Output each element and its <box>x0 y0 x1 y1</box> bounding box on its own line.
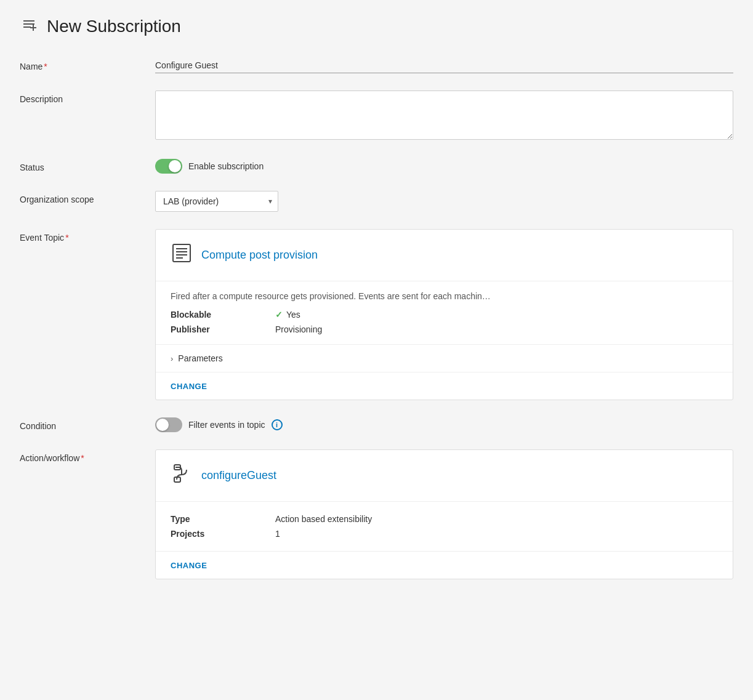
action-workflow-card-body: Type Action based extensibility Projects… <box>156 502 733 552</box>
workflow-meta: Type Action based extensibility Projects… <box>171 514 718 539</box>
page-title: New Subscription <box>47 17 181 36</box>
condition-toggle-label: Filter events in topic <box>188 420 265 430</box>
status-toggle-label: Enable subscription <box>188 161 264 171</box>
description-control <box>155 91 733 142</box>
status-toggle-container: Enable subscription <box>155 159 733 174</box>
action-workflow-change-button[interactable]: CHANGE <box>171 561 207 570</box>
event-topic-card: Compute post provision Fired after a com… <box>155 229 733 400</box>
event-topic-row: Event Topic* Compute post provision <box>20 229 733 400</box>
action-workflow-card: configureGuest Type Action based extensi… <box>155 449 733 579</box>
action-workflow-control: configureGuest Type Action based extensi… <box>155 449 733 579</box>
condition-control: Filter events in topic i <box>155 417 733 432</box>
action-workflow-row: Action/workflow* configureGuest <box>20 449 733 579</box>
condition-row: Condition Filter events in topic i <box>20 417 733 432</box>
condition-toggle-slider <box>155 417 182 432</box>
org-scope-dropdown: LAB (provider) ▾ <box>155 191 278 212</box>
condition-toggle-container: Filter events in topic i <box>155 417 733 432</box>
svg-rect-5 <box>173 244 190 262</box>
event-topic-card-body: Fired after a compute resource gets prov… <box>156 281 733 345</box>
parameters-section[interactable]: › Parameters <box>156 345 733 372</box>
name-control <box>155 58 733 73</box>
org-scope-select[interactable]: LAB (provider) <box>155 191 278 212</box>
status-row: Status Enable subscription <box>20 159 733 174</box>
description-input[interactable] <box>155 91 733 140</box>
status-toggle[interactable] <box>155 159 182 174</box>
type-label: Type <box>171 514 226 524</box>
event-topic-meta: Blockable ✓ Yes Publisher Provisioning <box>171 310 718 334</box>
publisher-value: Provisioning <box>275 324 322 334</box>
publisher-label: Publisher <box>171 324 226 334</box>
status-toggle-slider <box>155 159 182 174</box>
condition-toggle[interactable] <box>155 417 182 432</box>
info-icon[interactable]: i <box>272 419 283 430</box>
type-row: Type Action based extensibility <box>171 514 718 524</box>
org-scope-control: LAB (provider) ▾ <box>155 191 733 212</box>
event-topic-label: Event Topic* <box>20 229 155 243</box>
event-topic-card-footer: CHANGE <box>156 372 733 400</box>
type-value: Action based extensibility <box>275 514 372 524</box>
status-label: Status <box>20 159 155 172</box>
org-scope-row: Organization scope LAB (provider) ▾ <box>20 191 733 212</box>
name-input[interactable] <box>155 58 733 73</box>
action-workflow-card-header: configureGuest <box>156 450 733 502</box>
name-row: Name* <box>20 58 733 73</box>
description-row: Description <box>20 91 733 142</box>
projects-label: Projects <box>171 529 226 539</box>
action-workflow-card-footer: CHANGE <box>156 552 733 579</box>
name-label: Name* <box>20 58 155 71</box>
publisher-row: Publisher Provisioning <box>171 324 718 334</box>
page-header: New Subscription <box>20 15 733 38</box>
action-workflow-title: configureGuest <box>201 469 276 482</box>
projects-value: 1 <box>275 529 280 539</box>
condition-label: Condition <box>20 417 155 431</box>
action-workflow-label: Action/workflow* <box>20 449 155 463</box>
workflow-icon <box>171 462 193 489</box>
blockable-label: Blockable <box>171 310 226 320</box>
parameters-label: Parameters <box>178 353 222 363</box>
status-toggle-knob <box>169 160 181 172</box>
event-topic-description: Fired after a compute resource gets prov… <box>171 291 718 301</box>
new-subscription-icon <box>20 15 39 38</box>
org-scope-label: Organization scope <box>20 191 155 204</box>
event-topic-change-button[interactable]: CHANGE <box>171 382 207 391</box>
description-label: Description <box>20 91 155 104</box>
event-topic-title: Compute post provision <box>201 249 318 262</box>
event-topic-icon <box>171 242 193 268</box>
blockable-value: ✓ Yes <box>275 310 300 320</box>
projects-row: Projects 1 <box>171 529 718 539</box>
checkmark-icon: ✓ <box>275 310 283 320</box>
event-topic-control: Compute post provision Fired after a com… <box>155 229 733 400</box>
status-control: Enable subscription <box>155 159 733 174</box>
chevron-right-icon: › <box>171 354 173 363</box>
blockable-row: Blockable ✓ Yes <box>171 310 718 320</box>
condition-toggle-knob <box>156 419 169 431</box>
event-topic-card-header: Compute post provision <box>156 230 733 281</box>
